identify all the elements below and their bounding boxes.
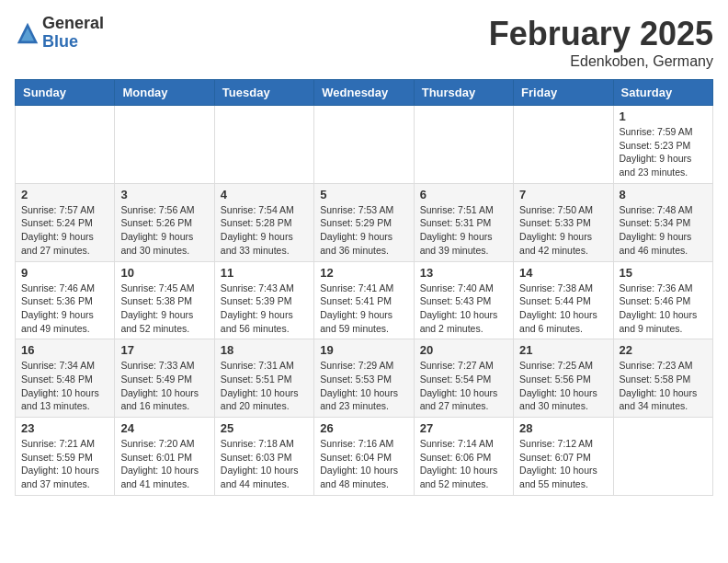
day-number: 16 <box>21 343 108 357</box>
day-number: 8 <box>620 188 707 201</box>
calendar-cell: 19Sunrise: 7:29 AM Sunset: 5:53 PM Dayli… <box>314 339 414 418</box>
day-number: 20 <box>420 343 507 357</box>
day-number: 1 <box>620 109 707 123</box>
weekday-header: Sunday <box>16 80 115 106</box>
day-number: 7 <box>519 188 607 201</box>
logo-general-text: General <box>42 15 104 33</box>
calendar-week-row: 16Sunrise: 7:34 AM Sunset: 5:48 PM Dayli… <box>16 339 713 418</box>
calendar-cell: 28Sunrise: 7:12 AM Sunset: 6:07 PM Dayli… <box>514 418 613 496</box>
calendar-week-row: 2Sunrise: 7:57 AM Sunset: 5:24 PM Daylig… <box>16 183 713 261</box>
title-section: February 2025 Edenkoben, Germany <box>489 15 713 70</box>
day-info: Sunrise: 7:43 AM Sunset: 5:39 PM Dayligh… <box>221 282 308 336</box>
logo-icon <box>15 20 40 46</box>
day-info: Sunrise: 7:56 AM Sunset: 5:26 PM Dayligh… <box>120 203 208 258</box>
page-header: General Blue February 2025 Edenkoben, Ge… <box>15 15 713 70</box>
day-number: 13 <box>420 266 507 280</box>
day-info: Sunrise: 7:50 AM Sunset: 5:33 PM Dayligh… <box>519 203 607 258</box>
calendar-cell: 12Sunrise: 7:41 AM Sunset: 5:41 PM Dayli… <box>314 261 414 339</box>
calendar-cell: 8Sunrise: 7:48 AM Sunset: 5:34 PM Daylig… <box>613 183 712 261</box>
calendar-cell: 3Sunrise: 7:56 AM Sunset: 5:26 PM Daylig… <box>115 183 214 261</box>
calendar-cell: 2Sunrise: 7:57 AM Sunset: 5:24 PM Daylig… <box>16 183 115 261</box>
day-number: 11 <box>221 266 308 280</box>
day-info: Sunrise: 7:29 AM Sunset: 5:53 PM Dayligh… <box>320 359 407 413</box>
calendar-cell: 26Sunrise: 7:16 AM Sunset: 6:04 PM Dayli… <box>314 418 414 496</box>
day-info: Sunrise: 7:23 AM Sunset: 5:58 PM Dayligh… <box>620 359 707 413</box>
day-info: Sunrise: 7:54 AM Sunset: 5:28 PM Dayligh… <box>221 203 308 258</box>
calendar-cell <box>214 106 313 184</box>
day-info: Sunrise: 7:51 AM Sunset: 5:31 PM Dayligh… <box>420 203 507 258</box>
weekday-header: Saturday <box>613 80 712 106</box>
month-title: February 2025 <box>489 15 713 53</box>
calendar-cell: 17Sunrise: 7:33 AM Sunset: 5:49 PM Dayli… <box>115 339 214 418</box>
weekday-header: Tuesday <box>214 80 313 106</box>
calendar-cell <box>613 418 712 496</box>
day-info: Sunrise: 7:48 AM Sunset: 5:34 PM Dayligh… <box>620 203 707 258</box>
logo: General Blue <box>15 15 104 52</box>
day-number: 9 <box>21 266 108 280</box>
day-info: Sunrise: 7:31 AM Sunset: 5:51 PM Dayligh… <box>221 359 308 413</box>
day-info: Sunrise: 7:12 AM Sunset: 6:07 PM Dayligh… <box>519 437 607 491</box>
calendar-cell <box>16 106 115 184</box>
calendar-cell: 14Sunrise: 7:38 AM Sunset: 5:44 PM Dayli… <box>514 261 613 339</box>
calendar-cell <box>314 106 414 184</box>
day-info: Sunrise: 7:27 AM Sunset: 5:54 PM Dayligh… <box>420 359 507 413</box>
calendar-cell: 25Sunrise: 7:18 AM Sunset: 6:03 PM Dayli… <box>214 418 313 496</box>
day-info: Sunrise: 7:46 AM Sunset: 5:36 PM Dayligh… <box>21 282 108 336</box>
day-info: Sunrise: 7:53 AM Sunset: 5:29 PM Dayligh… <box>320 203 407 258</box>
location: Edenkoben, Germany <box>489 53 713 70</box>
day-info: Sunrise: 7:21 AM Sunset: 5:59 PM Dayligh… <box>21 437 108 491</box>
day-number: 24 <box>120 421 208 435</box>
day-info: Sunrise: 7:14 AM Sunset: 6:06 PM Dayligh… <box>420 437 507 491</box>
calendar-cell: 24Sunrise: 7:20 AM Sunset: 6:01 PM Dayli… <box>115 418 214 496</box>
day-info: Sunrise: 7:25 AM Sunset: 5:56 PM Dayligh… <box>519 359 607 413</box>
day-number: 23 <box>21 421 108 435</box>
day-info: Sunrise: 7:40 AM Sunset: 5:43 PM Dayligh… <box>420 282 507 336</box>
day-info: Sunrise: 7:38 AM Sunset: 5:44 PM Dayligh… <box>519 282 607 336</box>
day-number: 19 <box>320 343 407 357</box>
day-info: Sunrise: 7:33 AM Sunset: 5:49 PM Dayligh… <box>120 359 208 413</box>
day-number: 21 <box>519 343 607 357</box>
day-number: 25 <box>221 421 308 435</box>
day-number: 3 <box>120 188 208 201</box>
calendar-week-row: 9Sunrise: 7:46 AM Sunset: 5:36 PM Daylig… <box>16 261 713 339</box>
day-number: 27 <box>420 421 507 435</box>
day-number: 26 <box>320 421 407 435</box>
calendar-cell: 7Sunrise: 7:50 AM Sunset: 5:33 PM Daylig… <box>514 183 613 261</box>
day-number: 10 <box>120 266 208 280</box>
day-info: Sunrise: 7:36 AM Sunset: 5:46 PM Dayligh… <box>620 282 707 336</box>
calendar-cell: 13Sunrise: 7:40 AM Sunset: 5:43 PM Dayli… <box>414 261 513 339</box>
weekday-header: Thursday <box>414 80 513 106</box>
day-number: 14 <box>519 266 607 280</box>
calendar-cell: 10Sunrise: 7:45 AM Sunset: 5:38 PM Dayli… <box>115 261 214 339</box>
day-number: 6 <box>420 188 507 201</box>
day-number: 18 <box>221 343 308 357</box>
day-number: 15 <box>620 266 707 280</box>
calendar-cell: 22Sunrise: 7:23 AM Sunset: 5:58 PM Dayli… <box>613 339 712 418</box>
calendar-cell <box>414 106 513 184</box>
day-number: 5 <box>320 188 407 201</box>
day-info: Sunrise: 7:57 AM Sunset: 5:24 PM Dayligh… <box>21 203 108 258</box>
calendar-cell: 21Sunrise: 7:25 AM Sunset: 5:56 PM Dayli… <box>514 339 613 418</box>
calendar-cell: 15Sunrise: 7:36 AM Sunset: 5:46 PM Dayli… <box>613 261 712 339</box>
day-info: Sunrise: 7:45 AM Sunset: 5:38 PM Dayligh… <box>120 282 208 336</box>
weekday-header: Friday <box>514 80 613 106</box>
weekday-header: Monday <box>115 80 214 106</box>
day-info: Sunrise: 7:20 AM Sunset: 6:01 PM Dayligh… <box>120 437 208 491</box>
day-info: Sunrise: 7:16 AM Sunset: 6:04 PM Dayligh… <box>320 437 407 491</box>
day-number: 22 <box>620 343 707 357</box>
logo-text: General Blue <box>42 15 104 52</box>
day-info: Sunrise: 7:34 AM Sunset: 5:48 PM Dayligh… <box>21 359 108 413</box>
calendar-cell: 1Sunrise: 7:59 AM Sunset: 5:23 PM Daylig… <box>613 106 712 184</box>
day-number: 17 <box>120 343 208 357</box>
calendar-cell <box>514 106 613 184</box>
day-number: 4 <box>221 188 308 201</box>
calendar-cell <box>115 106 214 184</box>
day-info: Sunrise: 7:18 AM Sunset: 6:03 PM Dayligh… <box>221 437 308 491</box>
calendar-cell: 11Sunrise: 7:43 AM Sunset: 5:39 PM Dayli… <box>214 261 313 339</box>
calendar-cell: 20Sunrise: 7:27 AM Sunset: 5:54 PM Dayli… <box>414 339 513 418</box>
calendar-table: SundayMondayTuesdayWednesdayThursdayFrid… <box>15 79 713 496</box>
calendar-cell: 9Sunrise: 7:46 AM Sunset: 5:36 PM Daylig… <box>16 261 115 339</box>
calendar-cell: 16Sunrise: 7:34 AM Sunset: 5:48 PM Dayli… <box>16 339 115 418</box>
day-number: 28 <box>519 421 607 435</box>
day-info: Sunrise: 7:41 AM Sunset: 5:41 PM Dayligh… <box>320 282 407 336</box>
